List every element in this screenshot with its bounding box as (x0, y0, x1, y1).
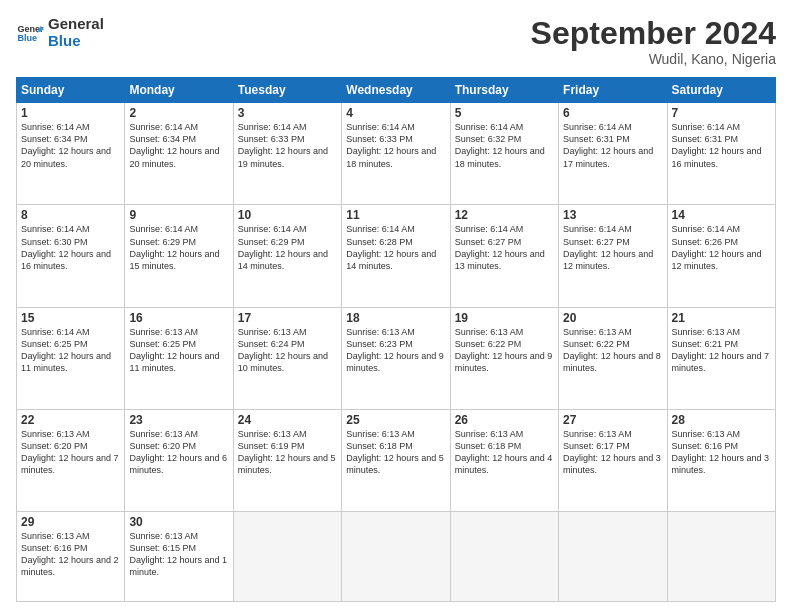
day-number: 12 (455, 208, 554, 222)
day-cell-16: 16Sunrise: 6:13 AMSunset: 6:25 PMDayligh… (125, 307, 233, 409)
day-number: 30 (129, 515, 228, 529)
title-area: September 2024 Wudil, Kano, Nigeria (531, 16, 776, 67)
logo: General Blue General Blue (16, 16, 104, 49)
day-info: Sunrise: 6:13 AMSunset: 6:16 PMDaylight:… (21, 530, 120, 579)
header-friday: Friday (559, 78, 667, 103)
day-info: Sunrise: 6:13 AMSunset: 6:18 PMDaylight:… (455, 428, 554, 477)
day-info: Sunrise: 6:14 AMSunset: 6:31 PMDaylight:… (563, 121, 662, 170)
day-cell-27: 27Sunrise: 6:13 AMSunset: 6:17 PMDayligh… (559, 409, 667, 511)
day-cell-21: 21Sunrise: 6:13 AMSunset: 6:21 PMDayligh… (667, 307, 775, 409)
day-info: Sunrise: 6:13 AMSunset: 6:23 PMDaylight:… (346, 326, 445, 375)
day-number: 7 (672, 106, 771, 120)
logo-icon: General Blue (16, 19, 44, 47)
day-cell-23: 23Sunrise: 6:13 AMSunset: 6:20 PMDayligh… (125, 409, 233, 511)
location: Wudil, Kano, Nigeria (531, 51, 776, 67)
day-info: Sunrise: 6:13 AMSunset: 6:20 PMDaylight:… (21, 428, 120, 477)
day-info: Sunrise: 6:13 AMSunset: 6:16 PMDaylight:… (672, 428, 771, 477)
day-info: Sunrise: 6:14 AMSunset: 6:31 PMDaylight:… (672, 121, 771, 170)
day-number: 2 (129, 106, 228, 120)
day-number: 26 (455, 413, 554, 427)
day-cell-29: 29Sunrise: 6:13 AMSunset: 6:16 PMDayligh… (17, 511, 125, 601)
svg-text:Blue: Blue (17, 33, 37, 43)
day-cell-19: 19Sunrise: 6:13 AMSunset: 6:22 PMDayligh… (450, 307, 558, 409)
week-row-3: 15Sunrise: 6:14 AMSunset: 6:25 PMDayligh… (17, 307, 776, 409)
day-number: 29 (21, 515, 120, 529)
day-info: Sunrise: 6:14 AMSunset: 6:25 PMDaylight:… (21, 326, 120, 375)
header-monday: Monday (125, 78, 233, 103)
day-cell-8: 8Sunrise: 6:14 AMSunset: 6:30 PMDaylight… (17, 205, 125, 307)
day-cell-13: 13Sunrise: 6:14 AMSunset: 6:27 PMDayligh… (559, 205, 667, 307)
day-cell-22: 22Sunrise: 6:13 AMSunset: 6:20 PMDayligh… (17, 409, 125, 511)
day-info: Sunrise: 6:13 AMSunset: 6:25 PMDaylight:… (129, 326, 228, 375)
day-number: 15 (21, 311, 120, 325)
day-number: 11 (346, 208, 445, 222)
day-cell-6: 6Sunrise: 6:14 AMSunset: 6:31 PMDaylight… (559, 103, 667, 205)
day-cell-1: 1Sunrise: 6:14 AMSunset: 6:34 PMDaylight… (17, 103, 125, 205)
day-info: Sunrise: 6:13 AMSunset: 6:15 PMDaylight:… (129, 530, 228, 579)
day-number: 23 (129, 413, 228, 427)
calendar-body: 1Sunrise: 6:14 AMSunset: 6:34 PMDaylight… (17, 103, 776, 602)
header-wednesday: Wednesday (342, 78, 450, 103)
day-cell-15: 15Sunrise: 6:14 AMSunset: 6:25 PMDayligh… (17, 307, 125, 409)
day-info: Sunrise: 6:13 AMSunset: 6:18 PMDaylight:… (346, 428, 445, 477)
empty-cell (450, 511, 558, 601)
day-number: 16 (129, 311, 228, 325)
day-cell-26: 26Sunrise: 6:13 AMSunset: 6:18 PMDayligh… (450, 409, 558, 511)
day-info: Sunrise: 6:14 AMSunset: 6:32 PMDaylight:… (455, 121, 554, 170)
day-cell-9: 9Sunrise: 6:14 AMSunset: 6:29 PMDaylight… (125, 205, 233, 307)
day-info: Sunrise: 6:14 AMSunset: 6:28 PMDaylight:… (346, 223, 445, 272)
page: General Blue General Blue September 2024… (0, 0, 792, 612)
day-info: Sunrise: 6:14 AMSunset: 6:34 PMDaylight:… (21, 121, 120, 170)
day-number: 18 (346, 311, 445, 325)
day-info: Sunrise: 6:14 AMSunset: 6:27 PMDaylight:… (455, 223, 554, 272)
header-tuesday: Tuesday (233, 78, 341, 103)
calendar-header-row: SundayMondayTuesdayWednesdayThursdayFrid… (17, 78, 776, 103)
calendar: SundayMondayTuesdayWednesdayThursdayFrid… (16, 77, 776, 602)
day-info: Sunrise: 6:14 AMSunset: 6:33 PMDaylight:… (346, 121, 445, 170)
month-title: September 2024 (531, 16, 776, 51)
day-info: Sunrise: 6:14 AMSunset: 6:30 PMDaylight:… (21, 223, 120, 272)
day-cell-12: 12Sunrise: 6:14 AMSunset: 6:27 PMDayligh… (450, 205, 558, 307)
day-number: 27 (563, 413, 662, 427)
day-info: Sunrise: 6:14 AMSunset: 6:29 PMDaylight:… (129, 223, 228, 272)
day-cell-18: 18Sunrise: 6:13 AMSunset: 6:23 PMDayligh… (342, 307, 450, 409)
day-info: Sunrise: 6:13 AMSunset: 6:22 PMDaylight:… (563, 326, 662, 375)
day-cell-2: 2Sunrise: 6:14 AMSunset: 6:34 PMDaylight… (125, 103, 233, 205)
day-cell-17: 17Sunrise: 6:13 AMSunset: 6:24 PMDayligh… (233, 307, 341, 409)
day-number: 20 (563, 311, 662, 325)
week-row-1: 1Sunrise: 6:14 AMSunset: 6:34 PMDaylight… (17, 103, 776, 205)
day-cell-20: 20Sunrise: 6:13 AMSunset: 6:22 PMDayligh… (559, 307, 667, 409)
day-number: 6 (563, 106, 662, 120)
day-number: 10 (238, 208, 337, 222)
day-info: Sunrise: 6:13 AMSunset: 6:19 PMDaylight:… (238, 428, 337, 477)
logo-blue: Blue (48, 33, 104, 50)
day-cell-7: 7Sunrise: 6:14 AMSunset: 6:31 PMDaylight… (667, 103, 775, 205)
day-number: 5 (455, 106, 554, 120)
day-number: 4 (346, 106, 445, 120)
day-number: 14 (672, 208, 771, 222)
day-number: 9 (129, 208, 228, 222)
empty-cell (667, 511, 775, 601)
day-number: 13 (563, 208, 662, 222)
empty-cell (342, 511, 450, 601)
day-info: Sunrise: 6:14 AMSunset: 6:27 PMDaylight:… (563, 223, 662, 272)
day-number: 24 (238, 413, 337, 427)
week-row-4: 22Sunrise: 6:13 AMSunset: 6:20 PMDayligh… (17, 409, 776, 511)
day-cell-11: 11Sunrise: 6:14 AMSunset: 6:28 PMDayligh… (342, 205, 450, 307)
day-number: 28 (672, 413, 771, 427)
day-cell-14: 14Sunrise: 6:14 AMSunset: 6:26 PMDayligh… (667, 205, 775, 307)
day-info: Sunrise: 6:14 AMSunset: 6:26 PMDaylight:… (672, 223, 771, 272)
day-cell-5: 5Sunrise: 6:14 AMSunset: 6:32 PMDaylight… (450, 103, 558, 205)
day-number: 22 (21, 413, 120, 427)
header-thursday: Thursday (450, 78, 558, 103)
empty-cell (233, 511, 341, 601)
day-info: Sunrise: 6:14 AMSunset: 6:34 PMDaylight:… (129, 121, 228, 170)
day-info: Sunrise: 6:13 AMSunset: 6:20 PMDaylight:… (129, 428, 228, 477)
day-cell-24: 24Sunrise: 6:13 AMSunset: 6:19 PMDayligh… (233, 409, 341, 511)
day-number: 25 (346, 413, 445, 427)
day-cell-30: 30Sunrise: 6:13 AMSunset: 6:15 PMDayligh… (125, 511, 233, 601)
logo-general: General (48, 16, 104, 33)
day-number: 21 (672, 311, 771, 325)
day-cell-10: 10Sunrise: 6:14 AMSunset: 6:29 PMDayligh… (233, 205, 341, 307)
day-cell-28: 28Sunrise: 6:13 AMSunset: 6:16 PMDayligh… (667, 409, 775, 511)
